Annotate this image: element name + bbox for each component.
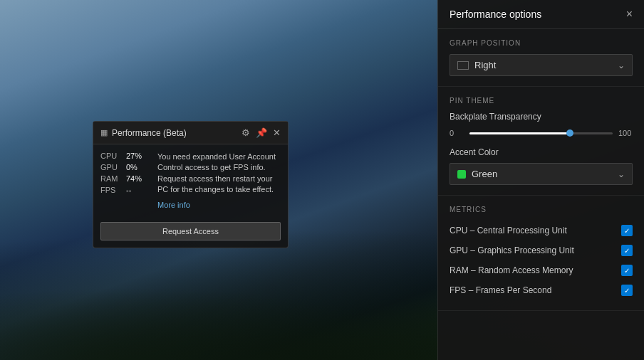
accent-color-dot xyxy=(457,170,466,179)
widget-close-icon[interactable]: ✕ xyxy=(273,127,281,138)
metrics-item-label: RAM – Random Access Memory xyxy=(450,265,573,275)
accent-color-value: Green xyxy=(472,169,497,179)
stat-label: FPS xyxy=(100,186,123,194)
metrics-row: CPU – Central Processing Unit ✓ xyxy=(450,221,633,240)
widget-body: CPU 27% GPU 0% RAM 74% FPS -- You need e… xyxy=(93,144,288,218)
backplate-slider-container: 0 100 xyxy=(450,129,633,137)
performance-options-panel: Performance options × GRAPH POSITION Rig… xyxy=(437,0,644,360)
metrics-item-label: FPS – Frames Per Second xyxy=(450,285,551,295)
widget-title-text: Performance (Beta) xyxy=(112,128,187,138)
metrics-checkbox[interactable]: ✓ xyxy=(621,285,633,296)
stat-row: CPU 27% xyxy=(100,152,150,160)
metrics-item-label: CPU – Central Processing Unit xyxy=(450,226,567,235)
panel-title: Performance options xyxy=(450,9,541,20)
graph-position-label: GRAPH POSITION xyxy=(450,39,633,47)
stat-label: CPU xyxy=(100,152,123,160)
check-icon: ✓ xyxy=(624,287,630,295)
widget-controls: ⚙ 📌 ✕ xyxy=(242,127,281,138)
graph-position-value: Right xyxy=(474,60,496,70)
message-text: You need expanded User Account Control a… xyxy=(157,152,276,194)
metrics-row: GPU – Graphics Processing Unit ✓ xyxy=(450,240,633,260)
metrics-checkbox[interactable]: ✓ xyxy=(621,265,633,276)
slider-fill xyxy=(469,132,570,134)
metrics-row: FPS – Frames Per Second ✓ xyxy=(450,280,633,300)
accent-color-label: Accent Color xyxy=(450,147,633,157)
graph-position-section: GRAPH POSITION Right ⌄ xyxy=(438,29,644,87)
metrics-section: METRICS CPU – Central Processing Unit ✓ … xyxy=(438,196,644,311)
panel-close-button[interactable]: × xyxy=(626,9,633,20)
metrics-checkbox[interactable]: ✓ xyxy=(621,225,633,236)
check-icon: ✓ xyxy=(624,267,630,275)
stat-row: GPU 0% xyxy=(100,163,150,171)
metrics-list: CPU – Central Processing Unit ✓ GPU – Gr… xyxy=(450,221,633,300)
perf-message: You need expanded User Account Control a… xyxy=(157,152,281,211)
accent-chevron-down-icon: ⌄ xyxy=(618,169,625,179)
widget-header: ▦ Performance (Beta) ⚙ 📌 ✕ xyxy=(93,122,288,144)
pin-theme-label: PIN THEME xyxy=(450,97,633,105)
accent-dropdown-left: Green xyxy=(457,169,497,179)
stat-row: RAM 74% xyxy=(100,174,150,183)
metrics-row: RAM – Random Access Memory ✓ xyxy=(450,260,633,280)
stat-row: FPS -- xyxy=(100,186,150,194)
pin-theme-section: PIN THEME Backplate Transparency 0 100 A… xyxy=(438,87,644,196)
widget-title: ▦ Performance (Beta) xyxy=(100,128,187,138)
metrics-label: METRICS xyxy=(450,206,633,213)
stat-value: 74% xyxy=(126,174,142,183)
metrics-checkbox[interactable]: ✓ xyxy=(621,245,633,256)
more-info-link[interactable]: More info xyxy=(157,200,281,211)
panel-header: Performance options × xyxy=(438,0,644,29)
stat-value: 0% xyxy=(126,163,137,171)
stat-value: -- xyxy=(126,186,131,194)
chevron-down-icon: ⌄ xyxy=(618,60,625,70)
graph-position-dropdown[interactable]: Right ⌄ xyxy=(450,54,633,76)
settings-icon[interactable]: ⚙ xyxy=(242,127,250,138)
backplate-slider-track[interactable] xyxy=(469,132,613,134)
accent-color-dropdown[interactable]: Green ⌄ xyxy=(450,163,633,185)
check-icon: ✓ xyxy=(624,227,630,235)
metrics-item-label: GPU – Graphics Processing Unit xyxy=(450,245,574,255)
slider-min: 0 xyxy=(450,129,464,137)
dropdown-left: Right xyxy=(457,60,496,70)
position-icon xyxy=(457,61,469,70)
widget-grid-icon: ▦ xyxy=(100,128,108,137)
slider-thumb[interactable] xyxy=(566,129,573,137)
perf-stats: CPU 27% GPU 0% RAM 74% FPS -- xyxy=(100,152,150,211)
check-icon: ✓ xyxy=(624,247,630,255)
slider-max: 100 xyxy=(618,129,633,137)
performance-widget: ▦ Performance (Beta) ⚙ 📌 ✕ CPU 27% GPU 0… xyxy=(93,121,289,248)
stat-label: GPU xyxy=(100,163,123,171)
stat-value: 27% xyxy=(126,152,142,160)
stat-label: RAM xyxy=(100,174,123,183)
accent-color-section: Accent Color Green ⌄ xyxy=(450,147,633,185)
request-access-button[interactable]: Request Access xyxy=(100,222,281,240)
backplate-label: Backplate Transparency xyxy=(450,112,633,122)
pin-icon[interactable]: 📌 xyxy=(256,127,267,138)
